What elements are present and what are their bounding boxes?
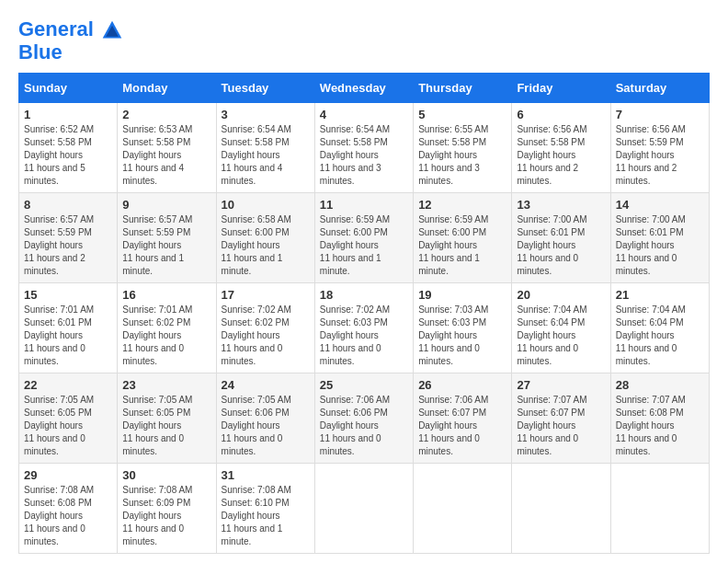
calendar-cell: 25Sunrise: 7:06 AMSunset: 6:06 PMDayligh… (314, 373, 413, 464)
day-info: Sunrise: 7:08 AMSunset: 6:10 PMDaylight … (222, 484, 310, 548)
day-number: 3 (222, 108, 310, 121)
day-info: Sunrise: 7:03 AMSunset: 6:03 PMDaylight … (418, 304, 506, 368)
header-tuesday: Tuesday (216, 74, 314, 103)
day-number: 7 (616, 108, 704, 121)
day-number: 29 (24, 468, 112, 482)
day-number: 27 (517, 378, 605, 392)
calendar-cell: 12Sunrise: 6:59 AMSunset: 6:00 PMDayligh… (414, 193, 512, 283)
day-number: 24 (222, 378, 310, 392)
calendar-cell (314, 464, 413, 554)
day-info: Sunrise: 6:54 AMSunset: 5:58 PMDaylight … (320, 123, 408, 188)
day-info: Sunrise: 7:05 AMSunset: 6:05 PMDaylight … (24, 394, 112, 458)
day-number: 8 (24, 198, 112, 212)
day-info: Sunrise: 7:01 AMSunset: 6:02 PMDaylight … (122, 304, 210, 368)
day-number: 13 (517, 198, 605, 212)
logo-text-blue: Blue (18, 41, 123, 63)
calendar-cell (414, 464, 512, 554)
calendar-cell: 26Sunrise: 7:06 AMSunset: 6:07 PMDayligh… (414, 373, 512, 464)
day-number: 23 (122, 378, 210, 392)
day-number: 2 (122, 108, 210, 121)
day-number: 19 (418, 288, 506, 302)
page-header: General Blue (18, 18, 710, 63)
day-info: Sunrise: 6:54 AMSunset: 5:58 PMDaylight … (222, 123, 310, 188)
day-number: 11 (320, 198, 408, 212)
day-info: Sunrise: 7:02 AMSunset: 6:03 PMDaylight … (320, 304, 408, 368)
day-info: Sunrise: 7:06 AMSunset: 6:06 PMDaylight … (320, 394, 408, 458)
day-number: 6 (517, 108, 605, 121)
calendar-cell: 30Sunrise: 7:08 AMSunset: 6:09 PMDayligh… (118, 464, 216, 554)
header-friday: Friday (512, 74, 610, 103)
calendar-cell: 4Sunrise: 6:54 AMSunset: 5:58 PMDaylight… (314, 103, 413, 193)
header-wednesday: Wednesday (314, 74, 413, 103)
logo-icon (101, 19, 123, 41)
day-number: 20 (517, 288, 605, 302)
header-saturday: Saturday (610, 74, 709, 103)
day-number: 17 (222, 288, 310, 302)
day-info: Sunrise: 7:08 AMSunset: 6:09 PMDaylight … (122, 484, 210, 548)
day-number: 1 (24, 108, 112, 121)
day-number: 5 (418, 108, 506, 121)
calendar-cell: 18Sunrise: 7:02 AMSunset: 6:03 PMDayligh… (314, 283, 413, 373)
calendar-cell: 7Sunrise: 6:56 AMSunset: 5:59 PMDaylight… (610, 103, 709, 193)
calendar-cell: 9Sunrise: 6:57 AMSunset: 5:59 PMDaylight… (118, 193, 216, 283)
day-info: Sunrise: 7:01 AMSunset: 6:01 PMDaylight … (24, 304, 112, 368)
calendar-cell: 13Sunrise: 7:00 AMSunset: 6:01 PMDayligh… (512, 193, 610, 283)
day-number: 12 (418, 198, 506, 212)
day-info: Sunrise: 6:57 AMSunset: 5:59 PMDaylight … (24, 213, 112, 278)
calendar-row: 22Sunrise: 7:05 AMSunset: 6:05 PMDayligh… (19, 373, 710, 464)
calendar-cell: 29Sunrise: 7:08 AMSunset: 6:08 PMDayligh… (19, 464, 118, 554)
day-info: Sunrise: 6:57 AMSunset: 5:59 PMDaylight … (122, 213, 210, 278)
calendar-cell: 8Sunrise: 6:57 AMSunset: 5:59 PMDaylight… (19, 193, 118, 283)
day-info: Sunrise: 7:06 AMSunset: 6:07 PMDaylight … (418, 394, 506, 458)
calendar-cell: 1Sunrise: 6:52 AMSunset: 5:58 PMDaylight… (19, 103, 118, 193)
day-info: Sunrise: 7:05 AMSunset: 6:05 PMDaylight … (122, 394, 210, 458)
calendar-cell: 20Sunrise: 7:04 AMSunset: 6:04 PMDayligh… (512, 283, 610, 373)
day-info: Sunrise: 6:52 AMSunset: 5:58 PMDaylight … (24, 123, 112, 188)
day-info: Sunrise: 6:58 AMSunset: 6:00 PMDaylight … (222, 213, 310, 278)
calendar-cell (610, 464, 709, 554)
day-number: 10 (222, 198, 310, 212)
day-info: Sunrise: 6:53 AMSunset: 5:58 PMDaylight … (122, 123, 210, 188)
calendar-cell: 21Sunrise: 7:04 AMSunset: 6:04 PMDayligh… (610, 283, 709, 373)
day-number: 16 (122, 288, 210, 302)
day-info: Sunrise: 6:56 AMSunset: 5:59 PMDaylight … (616, 123, 704, 188)
day-info: Sunrise: 7:04 AMSunset: 6:04 PMDaylight … (517, 304, 605, 368)
calendar-cell: 14Sunrise: 7:00 AMSunset: 6:01 PMDayligh… (610, 193, 709, 283)
day-number: 4 (320, 108, 408, 121)
logo-text: General (18, 18, 123, 41)
calendar-cell: 17Sunrise: 7:02 AMSunset: 6:02 PMDayligh… (216, 283, 314, 373)
header-sunday: Sunday (19, 74, 118, 103)
day-info: Sunrise: 7:07 AMSunset: 6:08 PMDaylight … (616, 394, 704, 458)
calendar-cell: 10Sunrise: 6:58 AMSunset: 6:00 PMDayligh… (216, 193, 314, 283)
day-info: Sunrise: 7:08 AMSunset: 6:08 PMDaylight … (24, 484, 112, 548)
header-thursday: Thursday (414, 74, 512, 103)
day-info: Sunrise: 7:04 AMSunset: 6:04 PMDaylight … (616, 304, 704, 368)
calendar-cell: 15Sunrise: 7:01 AMSunset: 6:01 PMDayligh… (19, 283, 118, 373)
day-number: 14 (616, 198, 704, 212)
calendar-cell: 16Sunrise: 7:01 AMSunset: 6:02 PMDayligh… (118, 283, 216, 373)
day-number: 22 (24, 378, 112, 392)
day-info: Sunrise: 7:05 AMSunset: 6:06 PMDaylight … (222, 394, 310, 458)
day-info: Sunrise: 7:07 AMSunset: 6:07 PMDaylight … (517, 394, 605, 458)
day-number: 25 (320, 378, 408, 392)
day-info: Sunrise: 6:55 AMSunset: 5:58 PMDaylight … (418, 123, 506, 188)
calendar-cell: 19Sunrise: 7:03 AMSunset: 6:03 PMDayligh… (414, 283, 512, 373)
calendar-row: 8Sunrise: 6:57 AMSunset: 5:59 PMDaylight… (19, 193, 710, 283)
calendar-cell: 27Sunrise: 7:07 AMSunset: 6:07 PMDayligh… (512, 373, 610, 464)
day-number: 30 (122, 468, 210, 482)
logo: General Blue (18, 18, 123, 63)
calendar-body: 1Sunrise: 6:52 AMSunset: 5:58 PMDaylight… (19, 103, 710, 554)
day-info: Sunrise: 6:59 AMSunset: 6:00 PMDaylight … (418, 213, 506, 278)
calendar-cell: 31Sunrise: 7:08 AMSunset: 6:10 PMDayligh… (216, 464, 314, 554)
calendar-row: 15Sunrise: 7:01 AMSunset: 6:01 PMDayligh… (19, 283, 710, 373)
calendar-cell: 11Sunrise: 6:59 AMSunset: 6:00 PMDayligh… (314, 193, 413, 283)
day-info: Sunrise: 6:56 AMSunset: 5:58 PMDaylight … (517, 123, 605, 188)
calendar-row: 29Sunrise: 7:08 AMSunset: 6:08 PMDayligh… (19, 464, 710, 554)
day-info: Sunrise: 7:02 AMSunset: 6:02 PMDaylight … (222, 304, 310, 368)
day-number: 9 (122, 198, 210, 212)
calendar-cell: 2Sunrise: 6:53 AMSunset: 5:58 PMDaylight… (118, 103, 216, 193)
calendar-cell: 6Sunrise: 6:56 AMSunset: 5:58 PMDaylight… (512, 103, 610, 193)
day-number: 21 (616, 288, 704, 302)
header-monday: Monday (118, 74, 216, 103)
day-number: 15 (24, 288, 112, 302)
